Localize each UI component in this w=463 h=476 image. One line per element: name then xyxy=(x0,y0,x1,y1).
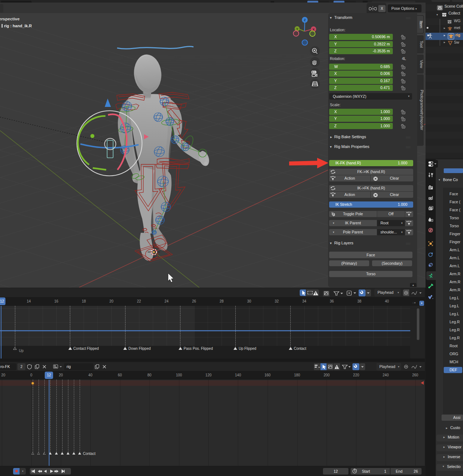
svg-text:Y: Y xyxy=(296,27,298,31)
svg-text:rig : hand_ik.R: rig : hand_ik.R xyxy=(4,24,32,28)
svg-text:erspective: erspective xyxy=(0,17,20,21)
svg-text:X: X xyxy=(312,28,315,31)
svg-text:Z: Z xyxy=(304,18,306,22)
